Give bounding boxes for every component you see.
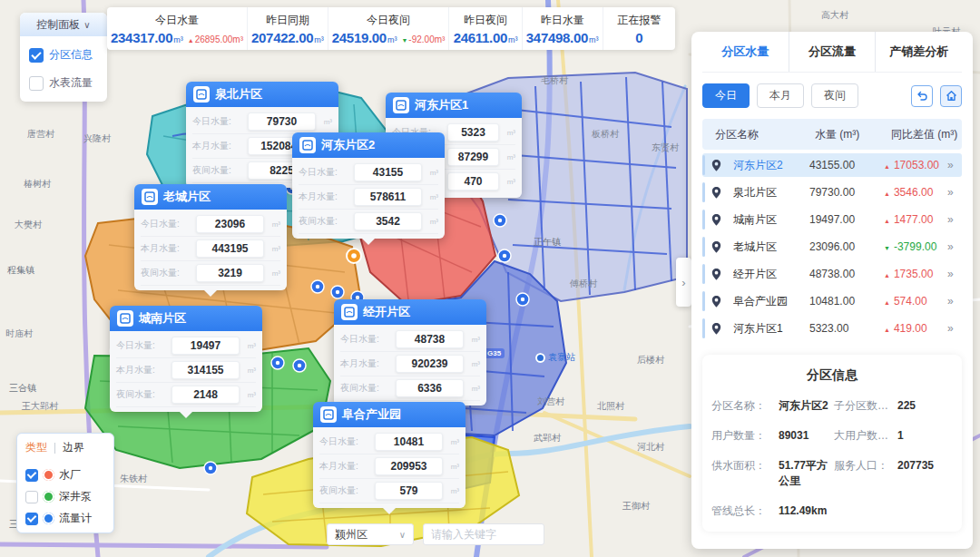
map-search-box (423, 523, 544, 545)
delta-cell: ▲17053.00 (884, 159, 947, 171)
legend-tab-type[interactable]: 类型 (25, 440, 47, 455)
popup-value: 6336 (396, 379, 464, 397)
checkbox-checked-icon[interactable] (25, 513, 38, 525)
table-row-fuhe[interactable]: 阜合产业园 10481.00 ▲574.00 » (702, 289, 962, 313)
water-meter-icon (320, 406, 337, 423)
popup-value: 23096 (196, 215, 264, 233)
map-label: 刘营村 (537, 396, 564, 408)
district-popup-hedong2: 河东片区2 今日水量:43155m³ 本月水量:578611m³ 夜间水量:35… (292, 132, 445, 239)
map-label: 板桥村 (592, 128, 619, 141)
table-row-chengnan[interactable]: 城南片区 19497.00 ▲1477.00 » (702, 208, 962, 231)
up-arrow-icon: ▲ (188, 37, 194, 44)
delta-cell: ▲419.00 (884, 322, 947, 335)
map-label: 王御村 (622, 500, 650, 513)
tab-partition-volume[interactable]: 分区水量 (702, 32, 789, 72)
popup-header: 泉北片区 (186, 82, 338, 107)
home-button[interactable] (940, 85, 962, 107)
legend-item-flowmeter[interactable]: 流量计 (25, 511, 105, 526)
delta-cell: ▲574.00 (884, 295, 947, 308)
district-pin-icon (710, 295, 733, 308)
delta-cell: ▲1477.00 (884, 213, 947, 226)
tab-nrw-analysis[interactable]: 产销差分析 (875, 32, 962, 72)
up-arrow-icon: ▲ (884, 191, 890, 197)
popup-header: 城南片区 (110, 306, 262, 331)
water-meter-icon (393, 97, 409, 113)
popup-pointer (203, 289, 218, 297)
table-row-jingkai[interactable]: 经开片区 48738.00 ▲1735.00 » (702, 262, 962, 286)
map-search-input[interactable] (423, 523, 544, 545)
table-header: 分区名称 水量 (m³) 同比差值 (m³) (702, 119, 962, 150)
popup-header: 阜合产业园 (313, 402, 466, 427)
popup-header: 河东片区1 (386, 93, 522, 118)
chevron-down-icon: ∨ (399, 530, 406, 540)
row-detail-arrow[interactable]: » (947, 295, 962, 308)
up-arrow-icon: ▲ (884, 327, 890, 333)
table-row-hedong2[interactable]: 河东片区2 43155.00 ▲17053.00 » (702, 153, 962, 177)
chevron-right-icon: › (681, 276, 685, 289)
row-detail-arrow[interactable]: » (947, 322, 962, 335)
tab-partition-flow[interactable]: 分区流量 (789, 32, 876, 72)
control-panel-header[interactable]: 控制面板 ∨ (20, 13, 107, 36)
stat-yesterday-same: 昨日同期 207422.00 m³ (247, 7, 328, 50)
map-label: 北照村 (597, 400, 624, 413)
undo-button[interactable] (911, 85, 933, 107)
filter-month-button[interactable]: 本月 (757, 83, 804, 108)
delta-cell: ▼-3799.00 (884, 240, 947, 253)
water-meter-icon (341, 304, 358, 320)
legend-item-waterplant[interactable]: 水厂 (25, 467, 105, 483)
layer-toggle-meter-flow[interactable]: 水表流量 (29, 75, 98, 91)
divider (54, 443, 55, 454)
water-meter-icon (142, 189, 158, 205)
table-row-quanbei[interactable]: 泉北片区 79730.00 ▲3546.00 » (702, 181, 962, 204)
map-legend: 类型 边界 水厂 深井泵 流量计 (16, 433, 114, 533)
row-detail-arrow[interactable]: » (947, 268, 962, 280)
checkbox-checked-icon[interactable] (25, 469, 38, 482)
district-select[interactable]: 颍州区 ∨ (327, 523, 414, 545)
stat-delta: ▼-92.00m³ (401, 34, 445, 44)
flow-meter-pin-icon (43, 513, 54, 524)
checkbox-checked-icon[interactable] (29, 48, 44, 63)
stat-delta: ▲26895.00m³ (188, 34, 243, 44)
popup-pointer (382, 507, 397, 514)
district-pin-icon (710, 186, 733, 200)
stat-last-night: 昨日夜间 24611.00 m³ (448, 7, 521, 50)
filter-night-button[interactable]: 夜间 (811, 83, 858, 108)
table-row-hedong1[interactable]: 河东片区1 5323.00 ▲419.00 » (702, 317, 962, 340)
map-label: 三合镇 (9, 382, 36, 395)
right-panel: 分区水量 分区流量 产销差分析 今日 本月 夜间 分区名称 水量 (m³) 同比… (691, 32, 973, 549)
water-meter-icon (193, 86, 210, 103)
panel-collapse-button[interactable]: › (676, 258, 691, 307)
stats-bar: 今日水量 234317.00 m³ ▲26895.00m³ 昨日同期 20742… (107, 7, 675, 50)
stat-alarms: 正在报警 0 (603, 7, 675, 50)
legend-tab-boundary[interactable]: 边界 (63, 440, 84, 455)
down-arrow-icon: ▼ (884, 245, 890, 251)
highway-badge: G35 (484, 348, 505, 358)
row-detail-arrow[interactable]: » (947, 240, 962, 253)
district-popup-jingkai: 经开片区 今日水量:48738m³ 本月水量:920239m³ 夜间水量:633… (334, 299, 486, 406)
map-label: 正午镇 (534, 236, 561, 249)
popup-value: 48738 (396, 330, 464, 348)
popup-value: 2148 (172, 386, 240, 404)
table-row-laocheng[interactable]: 老城片区 23096.00 ▼-3799.00 » (702, 235, 962, 259)
row-detail-arrow[interactable]: » (947, 159, 962, 171)
row-detail-arrow[interactable]: » (947, 213, 962, 226)
popup-value: 578611 (354, 188, 422, 206)
partition-info-card: 分区信息 分区名称： 河东片区2 子分区数… 225 用户数量： 89031 大… (702, 355, 962, 532)
water-plant-pin-icon (43, 469, 54, 481)
district-popup-fuhe: 阜合产业园 今日水量:10481m³ 本月水量:209953m³ 夜间水量:57… (313, 402, 466, 508)
popup-value: 3542 (354, 212, 422, 230)
popup-value: 470 (447, 172, 499, 191)
filter-today-button[interactable]: 今日 (702, 83, 750, 108)
row-detail-arrow[interactable]: » (947, 186, 962, 199)
partition-info-title: 分区信息 (711, 367, 953, 384)
checkbox-unchecked-icon[interactable] (25, 491, 38, 503)
popup-value: 920239 (396, 355, 464, 373)
alarm-marker[interactable] (347, 249, 361, 263)
district-popup-chengnan: 城南片区 今日水量:19497m³ 本月水量:314155m³ 夜间水量:214… (110, 306, 262, 412)
popup-header: 经开片区 (334, 299, 486, 325)
checkbox-unchecked-icon[interactable] (29, 76, 44, 91)
up-arrow-icon: ▲ (884, 163, 890, 170)
delta-cell: ▲3546.00 (884, 186, 947, 199)
layer-toggle-partition-info[interactable]: 分区信息 (29, 47, 98, 63)
legend-item-deepwell[interactable]: 深井泵 (25, 489, 105, 504)
